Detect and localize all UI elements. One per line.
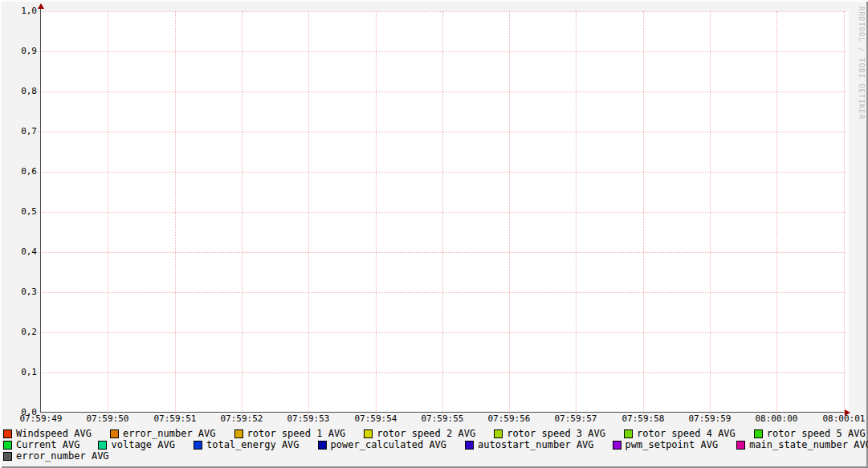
legend-item: power_calculated AVG (318, 440, 447, 450)
legend-item: rotor speed 5 AVG (754, 429, 866, 439)
x-tick-label: 07:59:55 (417, 414, 468, 424)
legend-color-swatch (754, 429, 763, 438)
x-tick-label: 08:00:01 (818, 414, 868, 424)
v-gridline (710, 11, 711, 416)
h-gridline (37, 132, 846, 132)
legend-row: Current AVGvoltage AVGtotal_energy AVGpo… (3, 439, 868, 450)
legend-label: autostart_number AVG (478, 440, 594, 450)
v-gridline (576, 11, 577, 416)
x-tick-label: 07:59:49 (15, 414, 67, 424)
v-gridline (376, 11, 377, 416)
v-gridline (242, 11, 242, 416)
legend-color-swatch (3, 452, 12, 461)
legend-item: pwm_setpoint AVG (613, 440, 719, 450)
x-tick-label: 07:59:51 (149, 414, 201, 424)
legend-color-swatch (494, 429, 503, 438)
x-tick-label: 07:59:52 (216, 414, 267, 424)
legend-item: main_state_number AVG (736, 440, 868, 450)
y-tick-label: 0,3 (0, 287, 37, 297)
x-axis-arrow-icon (845, 409, 850, 416)
legend-label: Current AVG (16, 440, 79, 450)
h-gridline (37, 212, 846, 213)
watermark-vertical-text: RRDTOOL / TOBI OETIKER (858, 6, 866, 120)
y-tick-label: 0,9 (0, 47, 37, 56)
legend-label: error_number AVG (123, 429, 216, 439)
legend-item: autostart_number AVG (465, 440, 594, 450)
legend-label: rotor speed 2 AVG (377, 429, 475, 439)
rrd-graph-image: 1,00,90,80,70,60,50,40,30,20,10,007:59:4… (0, 0, 868, 468)
legend-row: Windspeed AVGerror_number AVGrotor speed… (3, 428, 868, 439)
legend-item: voltage AVG (98, 440, 174, 450)
x-tick-label: 07:59:59 (684, 414, 736, 424)
y-tick-label: 0,7 (0, 127, 37, 136)
legend-item: rotor speed 2 AVG (364, 429, 475, 439)
y-tick-label: 0,4 (0, 247, 37, 257)
y-tick-label: 0,5 (0, 207, 37, 217)
h-gridline (37, 172, 846, 173)
legend-color-swatch (194, 441, 202, 450)
x-tick-label: 07:59:54 (350, 414, 401, 424)
x-tick-label: 07:59:56 (483, 414, 535, 424)
legend-color-swatch (624, 429, 633, 438)
x-tick-label: 08:00:00 (751, 414, 802, 424)
legend-label: power_calculated AVG (331, 440, 447, 450)
y-axis-arrow-icon (38, 3, 44, 9)
legend-color-swatch (234, 429, 243, 438)
x-tick-label: 07:59:53 (283, 414, 334, 424)
legend-item: error_number AVG (3, 451, 109, 462)
legend-color-swatch (613, 441, 621, 450)
h-gridline (37, 252, 846, 253)
legend-color-swatch (364, 429, 373, 438)
v-gridline (442, 11, 443, 416)
v-gridline (108, 11, 108, 416)
legend-row: error_number AVG (3, 450, 868, 462)
y-tick-label: 0,1 (0, 368, 37, 377)
h-gridline (37, 332, 846, 333)
x-tick-label: 07:59:50 (82, 414, 133, 424)
legend-label: rotor speed 3 AVG (507, 429, 605, 439)
v-gridline (308, 11, 309, 416)
h-gridline (37, 51, 846, 52)
legend-color-swatch (465, 441, 474, 450)
v-gridline (175, 11, 176, 416)
x-tick-label: 07:59:57 (550, 414, 601, 424)
h-gridline (37, 92, 846, 92)
legend-item: Windspeed AVG (3, 429, 92, 439)
legend-color-swatch (110, 429, 119, 438)
legend-label: rotor speed 4 AVG (637, 429, 736, 439)
legend-item: rotor speed 3 AVG (494, 429, 605, 439)
legend-label: error_number AVG (16, 451, 109, 462)
y-tick-label: 0,6 (0, 167, 37, 177)
legend-item: Current AVG (3, 440, 79, 450)
legend-label: Windspeed AVG (16, 429, 92, 439)
legend-label: rotor speed 1 AVG (247, 429, 346, 439)
v-gridline (776, 11, 777, 416)
legend-label: pwm_setpoint AVG (626, 440, 719, 450)
legend-item: rotor speed 1 AVG (234, 429, 346, 439)
y-axis-line (40, 8, 41, 413)
y-tick-label: 1,0 (0, 6, 37, 16)
x-axis-line (40, 412, 846, 413)
h-gridline (37, 11, 846, 12)
legend: Windspeed AVGerror_number AVGrotor speed… (3, 428, 868, 462)
legend-label: rotor speed 5 AVG (767, 429, 866, 439)
y-tick-label: 0,8 (0, 87, 37, 96)
legend-color-swatch (736, 441, 745, 450)
legend-label: voltage AVG (111, 440, 174, 450)
v-gridline (844, 11, 845, 416)
x-tick-label: 07:59:58 (617, 414, 669, 424)
v-gridline (509, 11, 510, 416)
legend-item: rotor speed 4 AVG (624, 429, 736, 439)
v-gridline (643, 11, 644, 416)
legend-item: error_number AVG (110, 429, 216, 439)
h-gridline (37, 372, 846, 373)
legend-color-swatch (318, 441, 327, 450)
legend-color-swatch (3, 441, 12, 450)
h-gridline (37, 292, 846, 293)
legend-color-swatch (3, 429, 12, 438)
legend-color-swatch (98, 441, 107, 450)
legend-item: total_energy AVG (194, 440, 300, 450)
y-tick-label: 0,2 (0, 328, 37, 337)
legend-label: total_energy AVG (206, 440, 300, 450)
legend-label: main_state_number AVG (749, 440, 868, 450)
